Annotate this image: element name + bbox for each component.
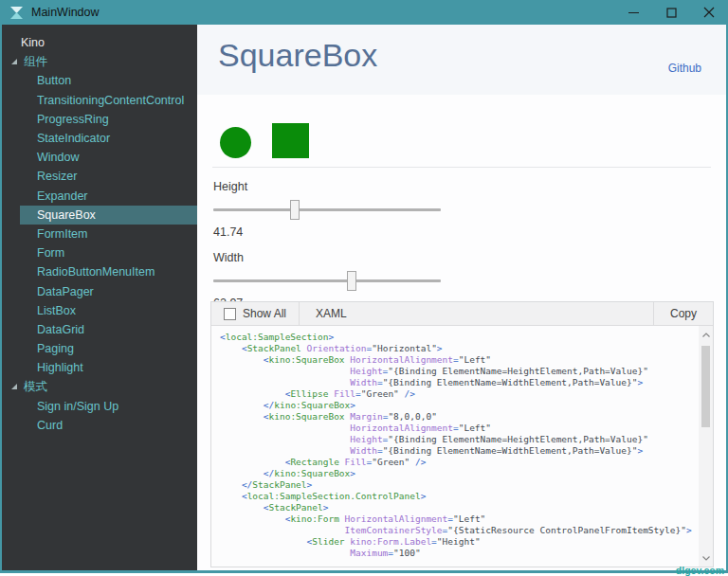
sidebar-item-form[interactable]: Form [2,243,197,262]
sidebar-item-label: TransitioningContentControl [37,94,184,107]
sidebar-item-window[interactable]: Window [2,148,197,167]
control-panel: Height41.74Width62.97 [197,180,726,310]
sidebar-item-kino[interactable]: Kino [2,33,197,52]
sidebar-item-button[interactable]: Button [2,71,197,90]
sidebar-item-resizer[interactable]: Resizer [2,167,197,186]
sidebar-item-label: Highlight [37,361,83,374]
maximize-button[interactable] [652,0,690,25]
sidebar-item-label: Button [37,74,71,87]
scroll-up-icon[interactable] [699,328,713,341]
sidebar-item-label: ListBox [37,304,76,317]
section-divider [212,167,711,168]
window-bottom-border [0,570,728,573]
sidebar-item-label: Curd [37,419,63,432]
sidebar-item-label: RadioButtonMenuItem [37,265,155,279]
sidebar-item-datagrid[interactable]: DataGrid [2,320,197,339]
green-ellipse-shape [220,127,251,158]
scrollbar-thumb[interactable] [701,346,710,427]
height-value: 41.74 [213,225,726,239]
code-panel: Show All XAML Copy <local:SampleSection>… [210,301,714,567]
sidebar-item-label: ProgressRing [37,113,109,126]
main-content: SquareBox Github Height41.74Width62.97 S… [197,25,726,570]
minimize-button[interactable] [614,0,652,25]
sidebar-item-label: Window [37,151,79,164]
green-rectangle-shape [272,123,309,158]
copy-button-label: Copy [670,307,697,320]
sidebar-item-label: SquareBox [37,208,96,222]
height-label: Height [213,180,726,193]
sidebar-item-stateindicator[interactable]: StateIndicator [2,129,197,148]
sidebar-item-label: StateIndicator [37,132,110,145]
sidebar-item-listbox[interactable]: ListBox [2,301,197,320]
close-icon [703,7,715,18]
sidebar-item-label: Form [37,246,64,260]
expander-icon [11,59,17,64]
sidebar-item-label: FormItem [37,227,87,241]
sidebar-item-label: DataGrid [37,323,84,336]
sidebar-item-expander[interactable]: Expander [2,187,197,206]
xaml-tab-label: XAML [316,307,347,320]
slider-track[interactable] [213,279,441,282]
sidebar-item-label: Kino [21,36,45,49]
show-all-checkbox[interactable] [224,308,236,320]
sidebar-item-paging[interactable]: Paging [2,339,197,358]
sidebar-item-label: Paging [37,342,74,355]
height-slider[interactable] [213,200,441,220]
close-button[interactable] [690,0,728,25]
sidebar-item-datapager[interactable]: DataPager [2,281,197,300]
code-scrollbar[interactable] [699,326,713,567]
sidebar-item-组件[interactable]: 组件 [2,52,197,71]
sidebar-item-squarebox[interactable]: SquareBox [20,206,197,225]
page-title: SquareBox [218,37,377,74]
app-logo-icon [9,6,24,20]
sidebar-item-label: Resizer [37,170,77,183]
width-label: Width [213,251,726,264]
sidebar-item-label: Sign in/Sign Up [37,400,118,413]
sidebar-item-模式[interactable]: 模式 [2,377,197,396]
sidebar-item-transitioningcontentcontrol[interactable]: TransitioningContentControl [2,91,197,110]
page-header: SquareBox Github [197,25,726,95]
xaml-code: <local:SampleSection> <StackPanel Orient… [211,326,699,559]
slider-track[interactable] [213,208,441,211]
slider-thumb[interactable] [347,271,356,291]
github-link[interactable]: Github [668,62,701,75]
tab-xaml[interactable]: XAML [300,302,363,325]
sidebar-item-label: Expander [37,189,88,203]
sidebar-item-label: 组件 [24,54,47,70]
sidebar-nav: Kino组件ButtonTransitioningContentControlP… [2,25,197,570]
sidebar-item-curd[interactable]: Curd [2,416,197,435]
sidebar-item-label: DataPager [37,285,94,298]
expander-icon [11,384,17,389]
width-slider[interactable] [213,271,441,291]
code-panel-header: Show All XAML Copy [211,302,713,326]
slider-thumb[interactable] [290,200,300,220]
sidebar-item-highlight[interactable]: Highlight [2,358,197,377]
scroll-down-icon[interactable] [699,551,713,565]
sidebar-item-radiobuttonmenuitem[interactable]: RadioButtonMenuItem [2,262,197,281]
demo-area [220,122,726,158]
minimize-icon [628,8,639,18]
window-title: MainWindow [31,6,100,19]
sidebar-item-progressring[interactable]: ProgressRing [2,110,197,129]
maximize-icon [666,8,677,18]
show-all-toggle[interactable]: Show All [211,302,300,325]
copy-button[interactable]: Copy [653,302,713,325]
watermark: dlgcv.com [676,565,724,576]
show-all-label: Show All [243,307,286,320]
title-bar: MainWindow [0,0,728,25]
sidebar-item-label: 模式 [24,379,47,395]
sidebar-item-formitem[interactable]: FormItem [2,225,197,243]
code-viewer: <local:SampleSection> <StackPanel Orient… [211,326,699,567]
sidebar-item-sign-in-sign-up[interactable]: Sign in/Sign Up [2,397,197,416]
